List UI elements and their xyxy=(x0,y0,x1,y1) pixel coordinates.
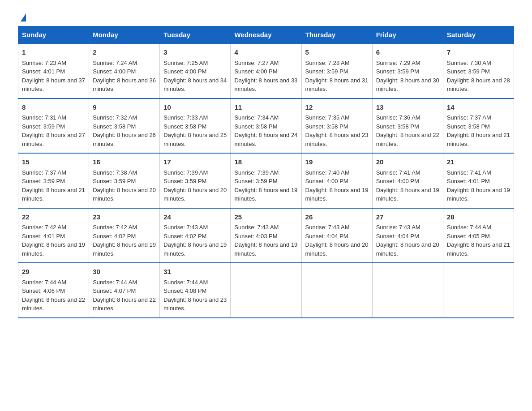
sunset-text: Sunset: 3:58 PM xyxy=(163,123,206,130)
calendar-day-cell: 14 Sunrise: 7:37 AM Sunset: 3:58 PM Dayl… xyxy=(443,98,514,154)
daylight-text: Daylight: 8 hours and 28 minutes. xyxy=(447,77,510,93)
sunset-text: Sunset: 4:01 PM xyxy=(22,68,65,75)
daylight-text: Daylight: 8 hours and 21 minutes. xyxy=(22,187,85,202)
header-thursday: Thursday xyxy=(301,26,372,44)
calendar-day-cell: 8 Sunrise: 7:31 AM Sunset: 3:59 PM Dayli… xyxy=(18,98,89,154)
sunrise-text: Sunrise: 7:44 AM xyxy=(22,279,66,286)
calendar-day-cell: 30 Sunrise: 7:44 AM Sunset: 4:07 PM Dayl… xyxy=(89,263,160,318)
day-number: 6 xyxy=(376,47,439,58)
sunrise-text: Sunrise: 7:28 AM xyxy=(305,60,350,66)
day-number: 16 xyxy=(93,157,156,167)
sunrise-text: Sunrise: 7:27 AM xyxy=(234,60,279,66)
daylight-text: Daylight: 8 hours and 19 minutes. xyxy=(163,241,227,257)
header-friday: Friday xyxy=(372,26,443,44)
day-number: 13 xyxy=(376,103,439,113)
sunrise-text: Sunrise: 7:24 AM xyxy=(93,60,137,66)
daylight-text: Daylight: 8 hours and 34 minutes. xyxy=(163,77,227,93)
calendar-day-cell xyxy=(443,263,514,318)
sunrise-text: Sunrise: 7:40 AM xyxy=(305,169,350,176)
sunrise-text: Sunrise: 7:43 AM xyxy=(234,224,279,231)
sunrise-text: Sunrise: 7:42 AM xyxy=(22,224,66,231)
calendar-day-cell: 17 Sunrise: 7:39 AM Sunset: 3:59 PM Dayl… xyxy=(160,153,231,208)
sunrise-text: Sunrise: 7:31 AM xyxy=(22,114,66,121)
sunrise-text: Sunrise: 7:37 AM xyxy=(447,114,491,121)
daylight-text: Daylight: 8 hours and 31 minutes. xyxy=(305,77,369,93)
day-number: 18 xyxy=(234,157,297,167)
calendar-day-cell: 7 Sunrise: 7:30 AM Sunset: 3:59 PM Dayli… xyxy=(443,43,514,98)
calendar-day-cell: 5 Sunrise: 7:28 AM Sunset: 3:59 PM Dayli… xyxy=(301,43,372,98)
daylight-text: Daylight: 8 hours and 25 minutes. xyxy=(163,132,227,147)
daylight-text: Daylight: 8 hours and 21 minutes. xyxy=(447,132,510,147)
daylight-text: Daylight: 8 hours and 19 minutes. xyxy=(234,241,297,257)
calendar-day-cell: 13 Sunrise: 7:36 AM Sunset: 3:58 PM Dayl… xyxy=(372,98,443,154)
daylight-text: Daylight: 8 hours and 27 minutes. xyxy=(22,132,85,147)
sunrise-text: Sunrise: 7:42 AM xyxy=(93,224,137,231)
sunset-text: Sunset: 4:04 PM xyxy=(376,233,419,240)
sunset-text: Sunset: 3:59 PM xyxy=(447,68,490,75)
header-monday: Monday xyxy=(89,26,160,44)
sunset-text: Sunset: 4:03 PM xyxy=(234,233,277,240)
calendar-day-cell: 18 Sunrise: 7:39 AM Sunset: 3:59 PM Dayl… xyxy=(231,153,301,208)
daylight-text: Daylight: 8 hours and 20 minutes. xyxy=(93,187,156,202)
day-number: 8 xyxy=(22,103,85,113)
calendar-week-row: 22 Sunrise: 7:42 AM Sunset: 4:01 PM Dayl… xyxy=(18,208,514,263)
calendar-day-cell: 4 Sunrise: 7:27 AM Sunset: 4:00 PM Dayli… xyxy=(231,43,301,98)
calendar-day-cell: 20 Sunrise: 7:41 AM Sunset: 4:00 PM Dayl… xyxy=(372,153,443,208)
day-number: 26 xyxy=(305,212,369,223)
day-number: 3 xyxy=(163,47,227,58)
sunrise-text: Sunrise: 7:35 AM xyxy=(305,114,350,121)
daylight-text: Daylight: 8 hours and 20 minutes. xyxy=(376,241,439,257)
sunset-text: Sunset: 4:00 PM xyxy=(376,178,419,184)
calendar-day-cell: 23 Sunrise: 7:42 AM Sunset: 4:02 PM Dayl… xyxy=(89,208,160,263)
calendar-day-cell: 10 Sunrise: 7:33 AM Sunset: 3:58 PM Dayl… xyxy=(160,98,231,154)
daylight-text: Daylight: 8 hours and 19 minutes. xyxy=(376,187,439,202)
sunset-text: Sunset: 4:05 PM xyxy=(447,233,490,240)
sunset-text: Sunset: 4:02 PM xyxy=(93,233,136,240)
sunset-text: Sunset: 4:01 PM xyxy=(447,178,490,184)
sunset-text: Sunset: 4:04 PM xyxy=(305,233,348,240)
sunset-text: Sunset: 4:00 PM xyxy=(93,68,136,75)
sunset-text: Sunset: 4:06 PM xyxy=(22,287,65,294)
daylight-text: Daylight: 8 hours and 22 minutes. xyxy=(376,132,439,147)
calendar-week-row: 8 Sunrise: 7:31 AM Sunset: 3:59 PM Dayli… xyxy=(18,98,514,154)
day-number: 19 xyxy=(305,157,369,167)
calendar-day-cell: 11 Sunrise: 7:34 AM Sunset: 3:58 PM Dayl… xyxy=(231,98,301,154)
daylight-text: Daylight: 8 hours and 30 minutes. xyxy=(376,77,439,93)
calendar-week-row: 15 Sunrise: 7:37 AM Sunset: 3:59 PM Dayl… xyxy=(18,153,514,208)
day-number: 11 xyxy=(234,103,297,113)
daylight-text: Daylight: 8 hours and 19 minutes. xyxy=(447,187,510,202)
header-saturday: Saturday xyxy=(443,26,514,44)
sunset-text: Sunset: 3:59 PM xyxy=(22,123,65,130)
calendar-day-cell: 29 Sunrise: 7:44 AM Sunset: 4:06 PM Dayl… xyxy=(18,263,89,318)
sunrise-text: Sunrise: 7:44 AM xyxy=(447,224,491,231)
sunset-text: Sunset: 3:58 PM xyxy=(93,123,136,130)
sunrise-text: Sunrise: 7:44 AM xyxy=(163,279,208,286)
days-header-row: Sunday Monday Tuesday Wednesday Thursday… xyxy=(18,26,514,44)
day-number: 14 xyxy=(447,103,510,113)
day-number: 29 xyxy=(22,267,85,277)
calendar-day-cell: 9 Sunrise: 7:32 AM Sunset: 3:58 PM Dayli… xyxy=(89,98,160,154)
calendar-day-cell xyxy=(301,263,372,318)
sunrise-text: Sunrise: 7:36 AM xyxy=(376,114,420,121)
day-number: 20 xyxy=(376,157,439,167)
calendar-day-cell: 3 Sunrise: 7:25 AM Sunset: 4:00 PM Dayli… xyxy=(160,43,231,98)
sunrise-text: Sunrise: 7:29 AM xyxy=(376,60,420,66)
calendar-day-cell: 27 Sunrise: 7:43 AM Sunset: 4:04 PM Dayl… xyxy=(372,208,443,263)
day-number: 28 xyxy=(447,212,510,223)
day-number: 31 xyxy=(163,267,227,277)
day-number: 2 xyxy=(93,47,156,58)
daylight-text: Daylight: 8 hours and 19 minutes. xyxy=(234,187,297,202)
sunset-text: Sunset: 3:59 PM xyxy=(305,68,348,75)
daylight-text: Daylight: 8 hours and 20 minutes. xyxy=(305,241,369,257)
day-number: 7 xyxy=(447,47,510,58)
daylight-text: Daylight: 8 hours and 20 minutes. xyxy=(163,187,227,202)
calendar-week-row: 29 Sunrise: 7:44 AM Sunset: 4:06 PM Dayl… xyxy=(18,263,514,318)
calendar-day-cell: 15 Sunrise: 7:37 AM Sunset: 3:59 PM Dayl… xyxy=(18,153,89,208)
day-number: 25 xyxy=(234,212,297,223)
calendar-table: Sunday Monday Tuesday Wednesday Thursday… xyxy=(18,26,514,318)
sunset-text: Sunset: 3:59 PM xyxy=(93,178,136,184)
daylight-text: Daylight: 8 hours and 19 minutes. xyxy=(22,241,85,257)
header-sunday: Sunday xyxy=(18,26,89,44)
daylight-text: Daylight: 8 hours and 26 minutes. xyxy=(93,132,156,147)
sunset-text: Sunset: 3:58 PM xyxy=(234,123,277,130)
